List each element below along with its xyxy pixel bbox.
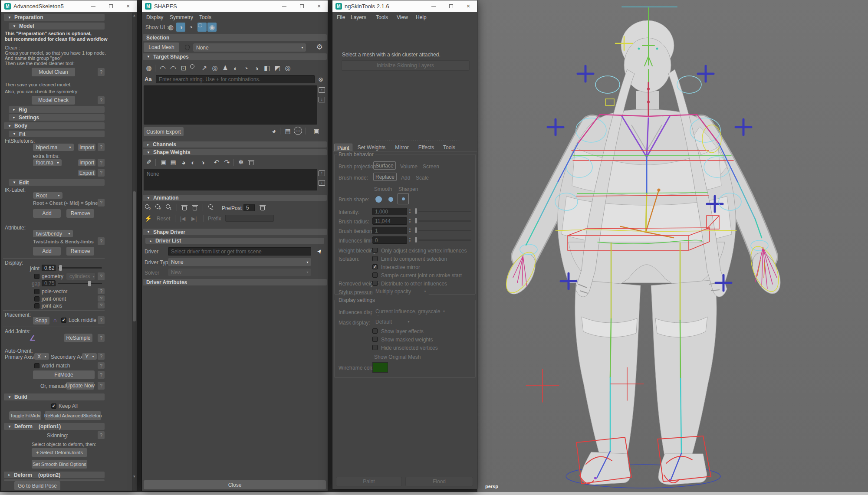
joint-chain-icon[interactable]: ∠ [28,334,37,342]
scroll-up-icon[interactable]: ▲ [132,13,137,17]
section-build[interactable]: ▼Build [4,393,105,400]
model-check-button[interactable]: Model Check [32,96,75,105]
help-model-check[interactable]: ? [98,96,105,104]
tool-pie-icon[interactable]: ◎ [283,64,292,72]
case-toggle[interactable]: Aa [145,76,152,82]
limit-spinner[interactable]: ▲▼ [408,237,412,243]
help-resample[interactable]: ? [98,334,105,342]
tool-target-icon[interactable]: ◎ [210,64,219,72]
section-model[interactable]: ▼Model [9,23,105,30]
help-jaxis[interactable]: ? [98,302,105,308]
gap-slider[interactable] [58,283,102,284]
wireframe-color-swatch[interactable] [372,362,388,373]
section-rig[interactable]: ►Rig [9,106,105,113]
search-clear-icon[interactable]: ⊗ [316,75,325,83]
sw-redo-icon[interactable]: ↷ [223,158,231,167]
tool-person-icon[interactable]: ♟ [221,64,230,72]
limit-slider[interactable] [418,239,471,241]
joint-size-field[interactable]: 0.62 [42,265,56,271]
import-biped-button[interactable]: Import [78,144,95,151]
stylus-dropdown[interactable]: Multiply opacity▼ [372,288,429,295]
update-now-button[interactable]: Update Now [66,382,94,390]
prefix-field[interactable] [225,215,274,222]
search-input[interactable] [156,75,315,83]
prev-frame-icon[interactable]: |◀ [180,216,185,222]
intensity-spinner[interactable]: ▲▼ [408,208,412,214]
mode-smooth-option[interactable]: Smooth [374,186,392,192]
section-target-shapes[interactable]: ▼Target Shapes [143,53,327,60]
iterations-spinner[interactable]: ▲▼ [408,227,412,233]
limit-field[interactable]: 0 [372,236,407,244]
show-layer-effects-checkbox[interactable] [372,328,378,334]
delete-range-icon[interactable] [260,204,265,210]
flood-button[interactable]: Flood [405,477,473,486]
section-shape-driver[interactable]: ▼Shape Driver [143,229,327,235]
help-world-match[interactable]: ? [98,362,105,369]
help-import-limb[interactable]: ? [98,159,105,167]
iterations-field[interactable]: 1 [372,227,407,234]
mode-scale-option[interactable]: Scale [416,175,429,181]
fitskeleton-dropdown[interactable]: biped.ma▼ [33,144,74,151]
tool-boxin-icon[interactable]: ⊡ [179,64,188,72]
tab-effects[interactable]: Effects [415,144,437,151]
key-one-icon[interactable]: 1 [165,204,171,211]
secondary-axis-dropdown[interactable]: Y▼ [82,353,97,360]
projection-volume-option[interactable]: Volume [400,164,418,170]
mode-sharpen-option[interactable]: Sharpen [398,186,418,192]
removed-weight-checkbox[interactable] [372,281,378,286]
weight-bleeding-checkbox[interactable] [372,248,378,253]
close-button[interactable]: × [460,0,477,12]
limit-slider-thumb[interactable] [415,237,417,243]
reset-label[interactable]: Reset [157,216,170,222]
radius-field[interactable]: 11,044 [372,217,407,225]
section-driver-list[interactable]: ►Driver List [145,238,324,244]
show-original-mesh-button[interactable]: Show Original Mesh [374,354,421,360]
run-test-icon[interactable]: ⚡ [145,214,152,222]
sw-move-top-icon[interactable]: ↑ [319,170,325,176]
menu-layers[interactable]: Layers [351,14,366,20]
splitter-handle[interactable]: ······································· [376,138,460,143]
menu-display[interactable]: Display [146,14,163,20]
go-to-build-pose-button[interactable]: Go to Build Pose [14,481,60,490]
tab-tools[interactable]: Tools [439,144,459,151]
titlebar-advancedskeleton[interactable]: M AdvancedSkeleton5 × [1,0,137,12]
ik-add-button[interactable]: Add [33,209,61,218]
help-model-clean[interactable]: ? [98,68,105,76]
sw-half-right-icon[interactable]: ◑ [198,158,207,167]
intensity-slider[interactable] [418,211,471,212]
brush-shape-medium[interactable] [387,196,394,203]
key-value-icon[interactable]: V [155,204,161,211]
geometry-type-dropdown[interactable]: cylinders▼ [66,273,95,280]
pick-cursor-icon[interactable]: ➤ [313,245,326,257]
help-jorient[interactable]: ? [98,295,105,302]
joint-size-slider-thumb[interactable] [59,265,62,271]
interactive-mirror-checkbox[interactable]: ✓ [372,264,378,269]
list-move-bottom-icon[interactable]: ↓ [319,97,325,102]
help-placement[interactable]: ? [98,316,105,324]
close-button[interactable]: × [310,0,328,12]
menu-help[interactable]: Help [416,14,427,20]
resample-button[interactable]: ReSample [64,334,92,342]
snap-button[interactable]: Snap [33,317,49,325]
custom-export-button[interactable]: Custom Export [144,127,184,136]
key-zero-icon[interactable]: 0 [145,204,151,211]
showui-split-icon[interactable]: ◔ [186,23,195,32]
joint-size-slider[interactable] [58,267,102,269]
attr-remove-button[interactable]: Remove [66,247,94,256]
titlebar-ngskintools[interactable]: M ngSkinTools 2.1.6 × [332,0,477,12]
scrollbar-thumb[interactable] [133,191,136,321]
more-options-icon[interactable]: ⋯ [294,127,302,135]
brush-shape-large[interactable] [374,195,383,203]
menu-view[interactable]: View [397,14,408,20]
sw-quadrant-icon[interactable]: ◕ [179,158,188,167]
intensity-slider-thumb[interactable] [415,208,417,214]
projection-screen-option[interactable]: Screen [423,164,439,170]
minimize-button[interactable] [425,0,442,12]
titlebar-shapes[interactable]: M SHAPES × [142,0,328,12]
showui-sculpt-icon[interactable]: ◍ [166,23,175,32]
projection-surface-option[interactable]: Surface [373,161,396,170]
extra-limb-dropdown[interactable]: foot.ma▼ [33,159,62,166]
world-match-checkbox[interactable] [34,363,39,368]
sw-copy-icon[interactable]: ▣ [159,158,168,167]
ik-label-dropdown[interactable]: Root▼ [33,192,62,199]
